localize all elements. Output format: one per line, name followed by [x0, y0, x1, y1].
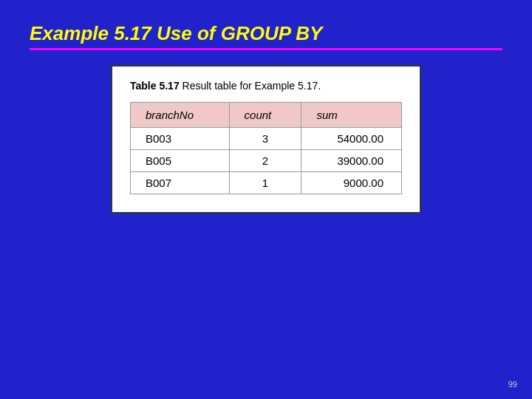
- content-area: Table 5.17 Result table for Example 5.17…: [30, 65, 502, 214]
- col-header-sum: sum: [301, 103, 402, 128]
- title-underline: [30, 48, 502, 50]
- cell-count: 1: [229, 172, 301, 194]
- cell-sum: 39000.00: [301, 150, 402, 172]
- table-row: B005239000.00: [131, 150, 402, 172]
- table-box: Table 5.17 Result table for Example 5.17…: [111, 65, 421, 214]
- table-row: B003354000.00: [131, 128, 402, 150]
- table-caption-text: Result table for Example 5.17.: [180, 80, 321, 92]
- slide-title: Example 5.17 Use of GROUP BY: [30, 22, 502, 45]
- col-header-branchno: branchNo: [131, 103, 230, 128]
- table-number: Table 5.17: [130, 80, 180, 92]
- cell-branchno: B007: [131, 172, 230, 194]
- cell-sum: 9000.00: [301, 172, 402, 194]
- col-header-count: count: [229, 103, 301, 128]
- title-area: Example 5.17 Use of GROUP BY: [30, 22, 502, 50]
- data-table: branchNo count sum B003354000.00B0052390…: [130, 102, 402, 194]
- table-row: B00719000.00: [131, 172, 402, 194]
- page-number: 99: [508, 380, 517, 389]
- table-header-row: branchNo count sum: [131, 103, 402, 128]
- cell-branchno: B003: [131, 128, 230, 150]
- cell-count: 3: [229, 128, 301, 150]
- slide-container: Example 5.17 Use of GROUP BY Table 5.17 …: [0, 0, 532, 399]
- cell-sum: 54000.00: [301, 128, 402, 150]
- cell-count: 2: [229, 150, 301, 172]
- cell-branchno: B005: [131, 150, 230, 172]
- table-caption: Table 5.17 Result table for Example 5.17…: [130, 80, 402, 92]
